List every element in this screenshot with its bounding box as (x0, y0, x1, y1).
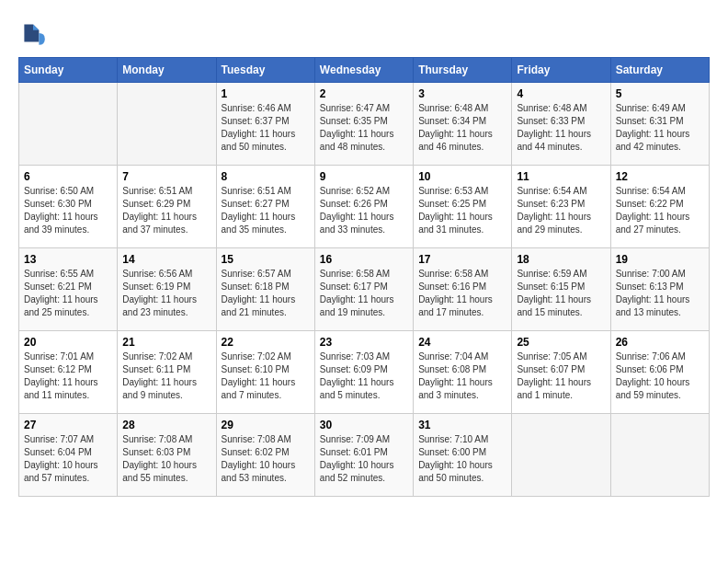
day-of-week-header: Saturday (610, 58, 709, 83)
day-number: 19 (616, 253, 704, 266)
day-info: Sunrise: 6:51 AM Sunset: 6:29 PM Dayligh… (122, 185, 210, 236)
calendar-cell: 10Sunrise: 6:53 AM Sunset: 6:25 PM Dayli… (414, 166, 512, 248)
day-info: Sunrise: 6:53 AM Sunset: 6:25 PM Dayligh… (418, 185, 506, 236)
day-number: 16 (320, 253, 408, 266)
day-number: 13 (24, 253, 112, 266)
calendar-cell: 26Sunrise: 7:06 AM Sunset: 6:06 PM Dayli… (610, 331, 709, 414)
calendar-cell: 6Sunrise: 6:50 AM Sunset: 6:30 PM Daylig… (19, 166, 118, 248)
calendar-cell: 30Sunrise: 7:09 AM Sunset: 6:01 PM Dayli… (314, 414, 413, 497)
day-number: 6 (24, 170, 112, 183)
calendar-cell: 29Sunrise: 7:08 AM Sunset: 6:02 PM Dayli… (216, 414, 314, 497)
page-header (18, 18, 710, 48)
calendar-cell: 21Sunrise: 7:02 AM Sunset: 6:11 PM Dayli… (118, 331, 216, 414)
calendar-cell: 15Sunrise: 6:57 AM Sunset: 6:18 PM Dayli… (216, 248, 314, 331)
day-info: Sunrise: 6:58 AM Sunset: 6:16 PM Dayligh… (418, 268, 506, 319)
day-number: 7 (122, 170, 210, 183)
calendar-table: SundayMondayTuesdayWednesdayThursdayFrid… (18, 57, 710, 497)
day-info: Sunrise: 6:47 AM Sunset: 6:35 PM Dayligh… (320, 102, 408, 154)
calendar-header: SundayMondayTuesdayWednesdayThursdayFrid… (19, 58, 710, 83)
day-of-week-header: Friday (512, 58, 610, 83)
day-info: Sunrise: 6:51 AM Sunset: 6:27 PM Dayligh… (222, 185, 310, 236)
day-of-week-header: Tuesday (216, 58, 314, 83)
day-number: 28 (122, 419, 210, 431)
day-number: 29 (222, 419, 310, 431)
day-info: Sunrise: 7:00 AM Sunset: 6:13 PM Dayligh… (616, 268, 704, 319)
day-number: 25 (517, 336, 605, 349)
day-number: 27 (24, 419, 112, 431)
calendar-cell: 11Sunrise: 6:54 AM Sunset: 6:23 PM Dayli… (512, 166, 610, 248)
day-number: 26 (616, 336, 704, 349)
day-number: 18 (517, 253, 605, 266)
day-number: 10 (418, 170, 506, 183)
day-info: Sunrise: 7:04 AM Sunset: 6:08 PM Dayligh… (418, 350, 506, 402)
day-number: 8 (222, 170, 310, 183)
calendar-cell: 16Sunrise: 6:58 AM Sunset: 6:17 PM Dayli… (314, 248, 413, 331)
day-info: Sunrise: 6:49 AM Sunset: 6:31 PM Dayligh… (616, 102, 704, 154)
calendar-cell: 12Sunrise: 6:54 AM Sunset: 6:22 PM Dayli… (610, 166, 709, 248)
day-info: Sunrise: 7:09 AM Sunset: 6:01 PM Dayligh… (320, 433, 408, 485)
day-info: Sunrise: 7:05 AM Sunset: 6:07 PM Dayligh… (517, 350, 605, 402)
calendar-cell: 20Sunrise: 7:01 AM Sunset: 6:12 PM Dayli… (19, 331, 118, 414)
day-info: Sunrise: 7:08 AM Sunset: 6:03 PM Dayligh… (122, 433, 210, 485)
day-info: Sunrise: 7:07 AM Sunset: 6:04 PM Dayligh… (24, 433, 112, 485)
day-of-week-header: Sunday (19, 58, 118, 83)
day-of-week-header: Wednesday (314, 58, 413, 83)
day-number: 24 (418, 336, 506, 349)
day-number: 15 (222, 253, 310, 266)
day-number: 3 (418, 87, 506, 100)
calendar-cell: 27Sunrise: 7:07 AM Sunset: 6:04 PM Dayli… (19, 414, 118, 497)
day-number: 30 (320, 419, 408, 431)
day-of-week-header: Monday (118, 58, 216, 83)
day-number: 23 (320, 336, 408, 349)
day-number: 1 (222, 87, 310, 100)
calendar-cell: 25Sunrise: 7:05 AM Sunset: 6:07 PM Dayli… (512, 331, 610, 414)
day-of-week-header: Thursday (414, 58, 512, 83)
day-info: Sunrise: 6:54 AM Sunset: 6:22 PM Dayligh… (616, 185, 704, 236)
day-number: 9 (320, 170, 408, 183)
day-info: Sunrise: 7:02 AM Sunset: 6:10 PM Dayligh… (222, 350, 310, 402)
day-number: 14 (122, 253, 210, 266)
day-number: 4 (517, 87, 605, 100)
calendar-cell: 31Sunrise: 7:10 AM Sunset: 6:00 PM Dayli… (414, 414, 512, 497)
day-number: 5 (616, 87, 704, 100)
calendar-cell: 1Sunrise: 6:46 AM Sunset: 6:37 PM Daylig… (216, 83, 314, 166)
day-info: Sunrise: 7:01 AM Sunset: 6:12 PM Dayligh… (24, 350, 112, 402)
day-info: Sunrise: 7:02 AM Sunset: 6:11 PM Dayligh… (122, 350, 210, 402)
calendar-cell: 13Sunrise: 6:55 AM Sunset: 6:21 PM Dayli… (19, 248, 118, 331)
day-number: 20 (24, 336, 112, 349)
day-info: Sunrise: 6:50 AM Sunset: 6:30 PM Dayligh… (24, 185, 112, 236)
calendar-cell: 8Sunrise: 6:51 AM Sunset: 6:27 PM Daylig… (216, 166, 314, 248)
calendar-cell: 23Sunrise: 7:03 AM Sunset: 6:09 PM Dayli… (314, 331, 413, 414)
calendar-cell: 3Sunrise: 6:48 AM Sunset: 6:34 PM Daylig… (414, 83, 512, 166)
calendar-cell (512, 414, 610, 497)
day-info: Sunrise: 6:54 AM Sunset: 6:23 PM Dayligh… (517, 185, 605, 236)
day-info: Sunrise: 6:58 AM Sunset: 6:17 PM Dayligh… (320, 268, 408, 319)
day-number: 31 (418, 419, 506, 431)
day-info: Sunrise: 6:57 AM Sunset: 6:18 PM Dayligh… (222, 268, 310, 319)
day-number: 12 (616, 170, 704, 183)
calendar-cell: 5Sunrise: 6:49 AM Sunset: 6:31 PM Daylig… (610, 83, 709, 166)
day-info: Sunrise: 6:46 AM Sunset: 6:37 PM Dayligh… (222, 102, 310, 154)
calendar-cell: 19Sunrise: 7:00 AM Sunset: 6:13 PM Dayli… (610, 248, 709, 331)
calendar-cell: 14Sunrise: 6:56 AM Sunset: 6:19 PM Dayli… (118, 248, 216, 331)
calendar-cell: 17Sunrise: 6:58 AM Sunset: 6:16 PM Dayli… (414, 248, 512, 331)
calendar-cell (118, 83, 216, 166)
calendar-cell (610, 414, 709, 497)
day-info: Sunrise: 6:48 AM Sunset: 6:34 PM Dayligh… (418, 102, 506, 154)
day-info: Sunrise: 6:55 AM Sunset: 6:21 PM Dayligh… (24, 268, 112, 319)
day-info: Sunrise: 7:06 AM Sunset: 6:06 PM Dayligh… (616, 350, 704, 402)
day-number: 22 (222, 336, 310, 349)
day-number: 11 (517, 170, 605, 183)
day-info: Sunrise: 6:52 AM Sunset: 6:26 PM Dayligh… (320, 185, 408, 236)
day-info: Sunrise: 7:03 AM Sunset: 6:09 PM Dayligh… (320, 350, 408, 402)
calendar-cell: 28Sunrise: 7:08 AM Sunset: 6:03 PM Dayli… (118, 414, 216, 497)
calendar-cell: 24Sunrise: 7:04 AM Sunset: 6:08 PM Dayli… (414, 331, 512, 414)
calendar-cell: 22Sunrise: 7:02 AM Sunset: 6:10 PM Dayli… (216, 331, 314, 414)
day-info: Sunrise: 7:08 AM Sunset: 6:02 PM Dayligh… (222, 433, 310, 485)
day-number: 2 (320, 87, 408, 100)
calendar-cell: 2Sunrise: 6:47 AM Sunset: 6:35 PM Daylig… (314, 83, 413, 166)
calendar-cell: 18Sunrise: 6:59 AM Sunset: 6:15 PM Dayli… (512, 248, 610, 331)
day-number: 21 (122, 336, 210, 349)
day-info: Sunrise: 6:59 AM Sunset: 6:15 PM Dayligh… (517, 268, 605, 319)
day-info: Sunrise: 7:10 AM Sunset: 6:00 PM Dayligh… (418, 433, 506, 485)
